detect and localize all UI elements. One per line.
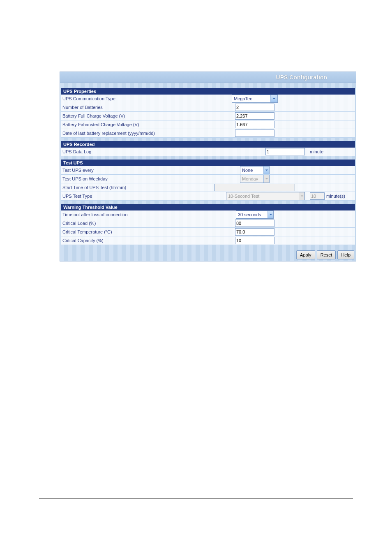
row-data-log: UPS Data Log minute: [61, 148, 355, 156]
page-title: UPS Configuration: [276, 74, 327, 81]
row-test-weekday: Test UPS on Weekday Monday: [61, 175, 355, 183]
chevron-down-icon: [299, 192, 304, 200]
row-last-replace: Date of last battery replacement (yyyy/m…: [61, 129, 355, 138]
select-test-weekday: Monday: [240, 175, 270, 183]
row-timeout: Time out after loss of connection 30 sec…: [61, 210, 355, 219]
label-test-type: UPS Test Type: [61, 194, 202, 199]
input-num-batteries[interactable]: [235, 104, 274, 111]
label-data-log: UPS Data Log: [61, 149, 202, 154]
label-comm-type: UPS Communication Type: [61, 96, 202, 101]
section-head-warning: Warning Threshold Value: [61, 204, 355, 210]
row-test-every: Test UPS every None: [61, 166, 355, 175]
label-test-every: Test UPS every: [61, 168, 202, 173]
row-full-voltage: Battery Full Charge Voltage (V): [61, 112, 355, 120]
row-comm-type: UPS Communication Type MegaTec: [61, 95, 355, 103]
select-timeout[interactable]: 30 seconds: [236, 210, 274, 219]
row-start-time: Start Time of UPS Test (hh:mm): [61, 183, 355, 192]
row-exh-voltage: Battery Exhausted Charge Voltage (V): [61, 120, 355, 129]
input-exh-voltage[interactable]: [235, 121, 274, 128]
section-head-test: Test UPS: [61, 160, 355, 166]
input-data-log[interactable]: [265, 148, 305, 155]
select-test-every[interactable]: None: [240, 166, 270, 174]
title-bar: UPS Configuration: [60, 72, 356, 83]
section-head-recorded: UPS Recorded: [61, 141, 355, 148]
input-critical-temp[interactable]: [235, 228, 274, 236]
row-test-type: UPS Test Type 10-Second Test minute(s): [61, 192, 355, 201]
chevron-down-icon: [263, 166, 269, 174]
label-last-replace: Date of last battery replacement (yyyy/m…: [61, 131, 202, 136]
row-num-batteries: Number of Batteries: [61, 103, 355, 112]
row-critical-cap: Critical Capacity (%): [61, 236, 355, 245]
unit-minute: minute: [307, 149, 355, 154]
input-full-voltage[interactable]: [235, 112, 274, 120]
label-num-batteries: Number of Batteries: [61, 105, 202, 110]
label-timeout: Time out after loss of connection: [61, 212, 202, 217]
reset-button[interactable]: Reset: [317, 250, 336, 259]
label-exh-voltage: Battery Exhausted Charge Voltage (V): [61, 122, 202, 127]
apply-button[interactable]: Apply: [296, 250, 315, 259]
label-critical-cap: Critical Capacity (%): [61, 238, 202, 243]
chevron-down-icon: [270, 95, 277, 102]
help-button[interactable]: Help: [337, 250, 354, 259]
unit-minutes: minute(s): [326, 194, 345, 199]
select-test-type: 10-Second Test: [226, 192, 305, 200]
input-critical-cap[interactable]: [235, 237, 274, 244]
config-panel: UPS Configuration UPS Properties UPS Com…: [60, 72, 356, 261]
label-start-time: Start Time of UPS Test (hh:mm): [61, 185, 202, 190]
input-start-time: [214, 184, 295, 191]
footer-separator: [39, 498, 353, 499]
input-last-replace[interactable]: [235, 130, 274, 137]
input-test-minutes: [310, 192, 325, 200]
chevron-down-icon: [267, 211, 273, 218]
row-critical-temp: Critical Temperature (ºC): [61, 228, 355, 236]
input-critical-load[interactable]: [235, 220, 274, 227]
label-test-weekday: Test UPS on Weekday: [61, 176, 202, 181]
row-critical-load: Critical Load (%): [61, 219, 355, 228]
label-critical-load: Critical Load (%): [61, 221, 202, 226]
label-critical-temp: Critical Temperature (ºC): [61, 229, 202, 234]
label-full-voltage: Battery Full Charge Voltage (V): [61, 113, 202, 118]
button-row: Apply Reset Help: [60, 248, 356, 261]
section-head-properties: UPS Properties: [61, 88, 355, 95]
select-comm-type[interactable]: MegaTec: [232, 95, 278, 103]
chevron-down-icon: [263, 175, 269, 183]
